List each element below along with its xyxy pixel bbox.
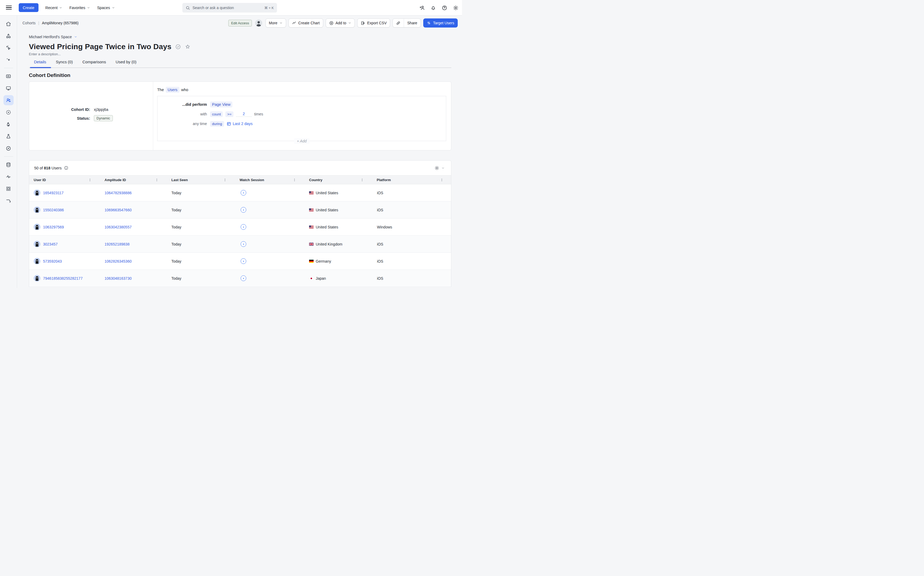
country-value: Japan (316, 276, 326, 280)
country-value: United States (316, 191, 338, 195)
watch-session-play-button[interactable] (241, 275, 246, 281)
chevron-down-icon (74, 35, 77, 38)
database-icon (6, 162, 11, 168)
user-id-link[interactable]: 3023457 (43, 242, 58, 246)
add-condition-button[interactable]: + Add (294, 138, 310, 144)
user-id-link[interactable]: 573592043 (43, 259, 62, 263)
sidebar-item-discover[interactable] (3, 143, 14, 154)
last-seen-value: Today (166, 276, 234, 280)
info-icon[interactable] (64, 166, 69, 170)
sidebar-item-session-replay[interactable] (3, 107, 14, 117)
tab-details[interactable]: Details (34, 59, 47, 67)
verified-badge-icon[interactable] (175, 44, 181, 50)
count-value-input[interactable]: 2 (236, 112, 252, 117)
sidebar-item-events[interactable] (3, 43, 14, 53)
tab-comparisons[interactable]: Comparisons (82, 59, 106, 67)
watch-session-play-button[interactable] (241, 241, 246, 247)
column-menu-icon[interactable] (88, 178, 92, 182)
column-menu-icon[interactable] (440, 178, 444, 182)
tab-syncs[interactable]: Syncs (0) (55, 59, 73, 67)
sidebar-item-data[interactable] (3, 160, 14, 170)
date-range-selector[interactable]: Last 2 days (227, 122, 253, 126)
watch-session-play-button[interactable] (241, 224, 246, 230)
sidebar-item-ai[interactable] (3, 55, 14, 65)
sidebar-item-cohorts[interactable] (3, 95, 14, 105)
subject-selector[interactable]: Users (166, 87, 180, 93)
user-id-link[interactable]: 1550240386 (43, 208, 64, 212)
user-id-link[interactable]: 1654923117 (43, 191, 64, 195)
sidebar-item-charts[interactable] (3, 71, 14, 81)
platform-value: iOS (377, 208, 383, 212)
user-id-link[interactable]: 1063297569 (43, 225, 64, 229)
amplitude-id-link[interactable]: 1063042380557 (104, 225, 132, 229)
settings-gear-icon[interactable] (453, 5, 459, 11)
copy-link-icon-button[interactable] (393, 19, 404, 27)
sidebar-item-home[interactable] (3, 19, 14, 29)
amplitude-id-link[interactable]: 1062826345360 (104, 259, 132, 263)
cohort-id-label: Cohort ID: (29, 107, 90, 112)
breadcrumb-project[interactable]: AmpliMoney (657986) (42, 21, 79, 25)
sidebar-item-objects[interactable] (3, 31, 14, 41)
tab-used-by[interactable]: Used by (0) (115, 59, 137, 67)
amplitude-id-link[interactable]: 1064782938886 (104, 191, 132, 195)
event-selector[interactable]: Page View (210, 101, 233, 107)
platform-value: iOS (377, 276, 383, 280)
country-value: Germany (316, 259, 331, 263)
sidebar-item-dashboards[interactable] (3, 83, 14, 93)
notifications-bell-icon[interactable] (430, 5, 436, 11)
last-seen-value: Today (166, 259, 234, 263)
add-to-button[interactable]: Add to (326, 18, 355, 27)
page-title[interactable]: Viewed Pricing Page Twice in Two Days (29, 43, 172, 51)
platform-value: iOS (377, 191, 383, 195)
description-placeholder[interactable]: Enter a description... (29, 52, 451, 56)
owner-avatar[interactable] (255, 19, 262, 27)
watch-session-play-button[interactable] (241, 190, 246, 195)
during-selector[interactable]: during (210, 121, 224, 126)
user-id-link[interactable]: 7946185838255282177 (43, 276, 83, 280)
amplitude-id-link[interactable]: 1063048163730 (104, 276, 132, 280)
column-menu-icon[interactable] (292, 178, 297, 182)
table-settings-button[interactable] (435, 166, 444, 170)
search-input[interactable]: Search or ask a question ⌘ + K (182, 3, 277, 13)
breadcrumb-cohorts-link[interactable]: Cohorts (22, 21, 35, 25)
share-button[interactable]: Share (404, 19, 420, 27)
target-users-button[interactable]: Target Users (423, 18, 458, 27)
users-table-header: User ID Amplitude ID Last Seen Watch Ses… (29, 175, 451, 184)
space-selector[interactable]: Michael Heriford's Space (29, 35, 451, 39)
platform-value: iOS (377, 259, 383, 263)
create-button[interactable]: Create (19, 3, 38, 12)
column-menu-icon[interactable] (360, 178, 364, 182)
column-menu-icon[interactable] (223, 178, 227, 182)
user-avatar (34, 275, 40, 282)
sidebar-item-sandbox[interactable] (3, 184, 14, 194)
help-icon[interactable] (442, 5, 447, 11)
edit-access-badge[interactable]: Edit Access (228, 20, 252, 26)
sidebar-item-pathways[interactable] (3, 195, 14, 206)
menu-favorites[interactable]: Favorites (69, 6, 90, 10)
sidebar-item-experiments[interactable] (3, 131, 14, 141)
export-csv-button[interactable]: Export CSV (357, 18, 390, 27)
amplitude-id-link[interactable]: 1069663547660 (104, 208, 132, 212)
create-chart-button[interactable]: Create Chart (289, 18, 323, 27)
more-button[interactable]: More (265, 18, 286, 27)
play-icon (242, 192, 245, 194)
flame-icon (6, 122, 11, 127)
invite-user-icon[interactable] (419, 5, 425, 11)
cohort-rule-panel: The Users who ...did perform Page View w… (153, 82, 451, 150)
watch-session-play-button[interactable] (241, 207, 246, 213)
column-menu-icon[interactable] (154, 178, 159, 182)
country-flag-icon (309, 260, 314, 263)
sidebar-item-heatmap[interactable] (3, 119, 14, 129)
amplitude-id-link[interactable]: 192652189838 (104, 242, 129, 246)
user-avatar (34, 206, 40, 213)
aggregation-selector[interactable]: count (210, 111, 223, 117)
menu-recent[interactable]: Recent (45, 6, 63, 10)
sort-arrows-icon (427, 21, 431, 25)
operator-selector[interactable]: >= (225, 111, 233, 117)
star-favorite-icon[interactable] (185, 44, 191, 50)
menu-spaces[interactable]: Spaces (97, 6, 115, 10)
cohort-definition-heading: Cohort Definition (29, 72, 451, 78)
watch-session-play-button[interactable] (241, 258, 246, 264)
sidebar-item-monitoring[interactable] (3, 171, 14, 182)
hamburger-menu-icon[interactable] (6, 5, 12, 11)
